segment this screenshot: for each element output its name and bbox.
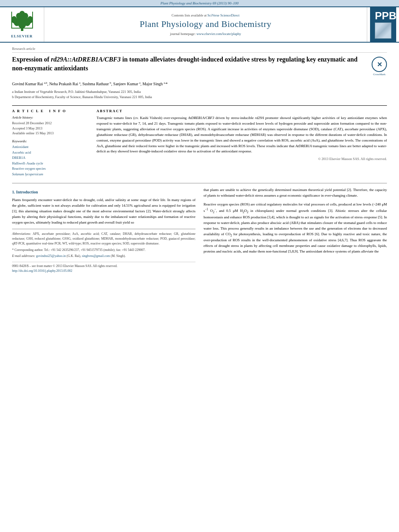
affiliation-a: a Indian Institute of Vegetable Research… (12, 89, 387, 94)
keyword-dreb1a: DREB1A (12, 155, 88, 161)
homepage-link[interactable]: www.elsevier.com/locate/plaphy (196, 32, 241, 36)
intro-para-3: Reactive oxygen species (ROS) are critic… (204, 202, 387, 255)
intro-para-1: Plants frequently encounter water-defici… (12, 197, 195, 226)
article-history-label: Article history: (12, 115, 88, 119)
affiliation-b: b Department of Biochemistry, Faculty of… (12, 94, 387, 100)
elsevier-logo: ELSEVIER (8, 11, 36, 38)
copyright-line: © 2013 Elsevier Masson SAS. All rights r… (97, 157, 387, 161)
issn-line: 0981-8428/$ – see front matter © 2013 El… (12, 264, 195, 269)
ppb-label: PPB (375, 10, 391, 21)
body-text-area: 1. Introduction Plants frequently encoun… (12, 187, 387, 273)
doi-link[interactable]: http://dx.doi.org/10.1016/j.plaphy.2013.… (12, 269, 72, 273)
article-type-label: Research article (12, 47, 387, 53)
svg-rect-12 (32, 12, 33, 28)
footer-info: 0981-8428/$ – see front matter © 2013 El… (12, 262, 195, 273)
sciverse-link[interactable]: SciVerse ScienceDirect (208, 13, 240, 17)
corresponding-author-footnote: * Corresponding author. Tel.: +91 542 26… (12, 248, 195, 253)
article-title-row: Expression of rd29A::AtDREB1A/CBF3 in to… (12, 55, 387, 76)
abstract-text: Transgenic tomato lines (cv. Kashi Vishe… (97, 115, 387, 155)
article-content: Research article Expression of rd29A::At… (0, 43, 399, 277)
affiliations: a Indian Institute of Vegetable Research… (12, 89, 387, 100)
journal-center: Contents lists available at SciVerse Sci… (44, 7, 367, 42)
journal-header: ELSEVIER Contents lists available at Sci… (0, 6, 399, 43)
elsevier-logo-area: ELSEVIER (0, 7, 44, 42)
low-levels-text: low levels (356, 202, 371, 206)
footnote-area: Abbreviations: APX, ascorbate peroxidase… (12, 229, 195, 273)
email-footnote: E-mail addresses: govindrai25@yahoo.in (… (12, 254, 195, 259)
article-info-header: A R T I C L E I N F O (12, 109, 88, 113)
elsevier-tree-icon (8, 11, 36, 33)
received-date: Received 28 December 2012 (12, 121, 88, 126)
email-link-2[interactable]: singhvns@gmail.com (82, 254, 110, 258)
email-link-1[interactable]: govindrai25@yahoo.in (36, 254, 66, 258)
svg-rect-10 (11, 28, 33, 29)
crossmark-area: ✕ CrossMark (372, 57, 387, 76)
keywords-label: Keywords: (12, 139, 88, 143)
elsevier-text: ELSEVIER (11, 34, 33, 38)
body-col-left: 1. Introduction Plants frequently encoun… (12, 187, 195, 273)
contents-label: Contents lists available at (172, 13, 208, 17)
keyword-ascorbic: Ascorbic acid (12, 150, 88, 156)
available-date: Available online 15 May 2013 (12, 131, 88, 136)
article-title: Expression of rd29A::AtDREB1A/CBF3 in to… (12, 55, 372, 73)
abstract-col: ABSTRACT Transgenic tomato lines (cv. Ka… (97, 109, 387, 177)
keyword-antioxidant: Antioxidant (12, 144, 88, 150)
research-article-text: Research article (12, 47, 35, 51)
keywords-section: Keywords: Antioxidant Ascorbic acid DREB… (12, 139, 88, 177)
doi-line: http://dx.doi.org/10.1016/j.plaphy.2013.… (12, 269, 195, 273)
svg-point-4 (11, 16, 17, 23)
abstract-header: ABSTRACT (97, 109, 387, 113)
article-info-col: A R T I C L E I N F O Article history: R… (12, 109, 88, 177)
homepage-label: journal homepage: (170, 32, 197, 36)
svg-rect-11 (11, 12, 12, 28)
journal-homepage: journal homepage: www.elsevier.com/locat… (170, 32, 241, 36)
section-divider (12, 183, 387, 183)
journal-citation: Plant Physiology and Biochemistry 69 (20… (160, 1, 239, 5)
section-1-heading: 1. Introduction (12, 189, 195, 195)
ppb-image (375, 23, 391, 39)
keyword-ros: Reactive oxygen species (12, 166, 88, 172)
sciverse-line: Contents lists available at SciVerse Sci… (172, 13, 240, 17)
ppb-badge: PPB (370, 7, 396, 42)
intro-para-2: that plants are unable to achieve the ge… (204, 187, 387, 199)
article-history: Article history: Received 28 December 20… (12, 115, 88, 136)
abbreviations-footnote: Abbreviations: APX, ascorbate peroxidase… (12, 232, 195, 246)
ppb-logo-area: PPB (367, 7, 399, 42)
svg-point-9 (19, 11, 25, 17)
keyword-halliwell: Halliwell–Asada cycle (12, 161, 88, 166)
crossmark-icon: ✕ (372, 57, 387, 72)
authors-line: Govind Kumar Rai a,b, Neha Prakash Rai a… (12, 81, 387, 87)
keyword-solanum: Solanum lycopersicum (12, 172, 88, 177)
crossmark-label: CrossMark (373, 73, 385, 76)
body-col-right: that plants are unable to achieve the ge… (204, 187, 387, 273)
svg-point-5 (27, 16, 33, 23)
journal-title: Plant Physiology and Biochemistry (140, 19, 271, 29)
info-abstract-section: A R T I C L E I N F O Article history: R… (12, 105, 387, 177)
top-bar: Plant Physiology and Biochemistry 69 (20… (0, 0, 399, 6)
accepted-date: Accepted 3 May 2013 (12, 126, 88, 131)
